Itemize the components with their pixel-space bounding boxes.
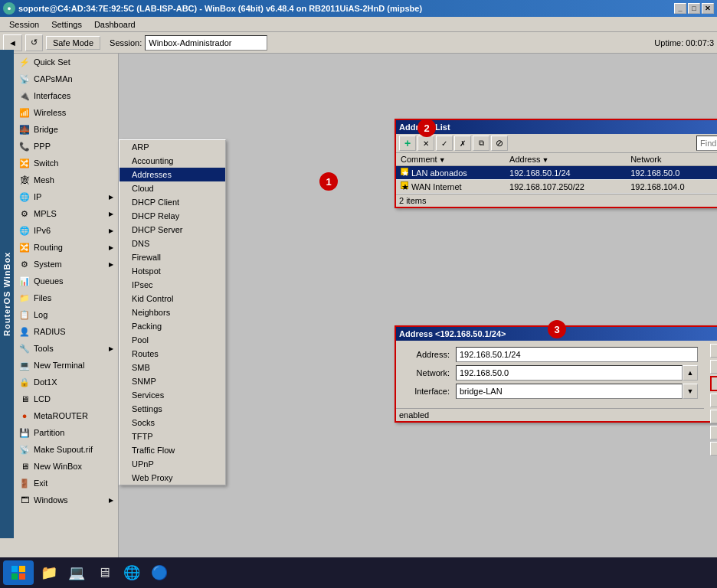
sidebar-item-label: Make Supout.rif <box>34 445 93 454</box>
sidebar-item-label: System <box>34 260 62 269</box>
dropdown-dhcp-relay[interactable]: DHCP Relay <box>120 209 225 223</box>
sidebar-item-quick-set[interactable]: ⚡ Quick Set <box>14 54 118 70</box>
copy-button[interactable]: ⧉ <box>473 136 489 151</box>
dropdown-socks[interactable]: Socks <box>120 416 225 430</box>
copy-button[interactable]: Copy <box>710 426 717 439</box>
remove-button[interactable]: Remove <box>710 442 717 456</box>
sidebar-item-switch[interactable]: 🔀 Switch <box>14 155 118 172</box>
taskbar-monitor[interactable]: 🖥 <box>92 560 116 585</box>
dropdown-firewall[interactable]: Firewall <box>120 250 225 264</box>
sidebar-item-interfaces[interactable]: 🔌 Interfaces <box>14 87 118 104</box>
menu-session[interactable]: Session <box>3 18 45 31</box>
sidebar-item-new-terminal[interactable]: 💻 New Terminal <box>14 357 118 374</box>
disable-button[interactable]: ✗ <box>454 136 471 151</box>
sidebar-item-lcd[interactable]: 🖥 LCD <box>14 390 118 407</box>
dropdown-cloud[interactable]: Cloud <box>120 181 225 195</box>
dropdown-neighbors[interactable]: Neighbors <box>120 305 225 319</box>
dropdown-snmp[interactable]: SNMP <box>120 374 225 388</box>
maximize-button[interactable]: □ <box>688 3 700 14</box>
dropdown-ipsec[interactable]: IPsec <box>120 278 225 292</box>
toolbar: ◄ ↺ Safe Mode Session: Uptime: 00:07:3 <box>0 32 717 54</box>
ip-arrow: ▶ <box>109 194 113 201</box>
interface-dropdown-button[interactable]: ▼ <box>683 384 698 399</box>
menu-dashboard[interactable]: Dashboard <box>88 18 142 31</box>
address-input[interactable] <box>456 347 698 362</box>
quick-set-icon: ⚡ <box>18 56 31 68</box>
col-comment[interactable]: Comment▼ <box>396 153 505 166</box>
sidebar-item-ip[interactable]: 🌐 IP ▶ <box>14 188 118 205</box>
apply-button[interactable]: Apply <box>710 376 717 391</box>
dropdown-routes[interactable]: Routes <box>120 347 225 361</box>
dropdown-upnp[interactable]: UPnP <box>120 457 225 471</box>
sidebar-item-mpls[interactable]: ⚙ MPLS ▶ <box>14 205 118 222</box>
dropdown-arp[interactable]: ARP <box>120 140 225 154</box>
dropdown-dhcp-server[interactable]: DHCP Server <box>120 223 225 237</box>
cancel-button[interactable]: Cancel <box>710 360 717 374</box>
sidebar-item-wireless[interactable]: 📶 Wireless <box>14 104 118 121</box>
dropdown-dhcp-client[interactable]: DHCP Client <box>120 195 225 209</box>
sidebar-item-log[interactable]: 📋 Log <box>14 306 118 323</box>
dropdown-services[interactable]: Services <box>120 388 225 402</box>
sidebar-item-ppp[interactable]: 📞 PPP <box>14 138 118 155</box>
sidebar-item-queues[interactable]: 📊 Queues <box>14 273 118 289</box>
dropdown-pool[interactable]: Pool <box>120 333 225 347</box>
sidebar-item-partition[interactable]: 💾 Partition <box>14 424 118 441</box>
network-up-button[interactable]: ▲ <box>683 365 698 381</box>
sidebar-item-metarouter[interactable]: ● MetaROUTER <box>14 407 118 424</box>
ok-button[interactable]: OK <box>710 344 717 358</box>
table-row[interactable]: ★LAN abonados 192.168.50.1/24 192.168.50… <box>396 166 717 180</box>
dropdown-kid-control[interactable]: Kid Control <box>120 292 225 305</box>
sidebar-item-dot1x[interactable]: 🔒 Dot1X <box>14 374 118 390</box>
sidebar-item-files[interactable]: 📁 Files <box>14 289 118 306</box>
enable-button[interactable]: ✓ <box>436 136 453 151</box>
sidebar-item-new-winbox[interactable]: 🖥 New WinBox <box>14 458 118 475</box>
dropdown-web-proxy[interactable]: Web Proxy <box>120 471 225 485</box>
menu-settings[interactable]: Settings <box>45 18 88 31</box>
taskbar-files[interactable]: 📁 <box>37 560 61 585</box>
back-button[interactable]: ◄ <box>3 34 22 51</box>
dropdown-dns[interactable]: DNS <box>120 237 225 250</box>
sidebar-item-radius[interactable]: 👤 RADIUS <box>14 323 118 340</box>
network-row: Network: ▲ <box>402 365 698 381</box>
sidebar-item-bridge[interactable]: 🌉 Bridge <box>14 121 118 138</box>
dropdown-hotspot[interactable]: Hotspot <box>120 264 225 278</box>
sidebar-item-mesh[interactable]: 🕸 Mesh <box>14 172 118 188</box>
table-row[interactable]: ★WAN Internet 192.168.107.250/22 192.168… <box>396 180 717 194</box>
dropdown-settings[interactable]: Settings <box>120 402 225 416</box>
sidebar-item-make-supout[interactable]: 📡 Make Supout.rif <box>14 441 118 458</box>
close-button[interactable]: ✕ <box>702 3 714 14</box>
dropdown-accounting[interactable]: Accounting <box>120 154 225 168</box>
dropdown-smb[interactable]: SMB <box>120 361 225 374</box>
taskbar-browser-edge[interactable]: 🔵 <box>147 560 172 585</box>
filter-button[interactable]: ⊘ <box>491 136 508 151</box>
disable-button[interactable]: Disable <box>710 394 717 407</box>
dropdown-packing[interactable]: Packing <box>120 319 225 333</box>
col-network[interactable]: Network <box>626 153 716 166</box>
add-button[interactable]: + <box>399 136 416 151</box>
dropdown-addresses[interactable]: Addresses <box>120 168 225 181</box>
sidebar-item-ipv6[interactable]: 🌐 IPv6 ▶ <box>14 222 118 239</box>
dropdown-tftp[interactable]: TFTP <box>120 430 225 443</box>
taskbar-terminal[interactable]: 💻 <box>64 560 89 585</box>
col-address[interactable]: Address▼ <box>505 153 626 166</box>
addr-list-toolbar: + ✕ ✓ ✗ ⧉ ⊘ <box>396 134 717 153</box>
sidebar-item-capsman[interactable]: 📡 CAPsMAn <box>14 70 118 87</box>
dropdown-traffic-flow[interactable]: Traffic Flow <box>120 443 225 457</box>
safe-mode-button[interactable]: Safe Mode <box>46 36 100 50</box>
sidebar-item-exit[interactable]: 🚪 Exit <box>14 475 118 492</box>
find-input[interactable] <box>696 136 717 151</box>
taskbar-browser-chrome[interactable]: 🌐 <box>120 560 144 585</box>
network-input[interactable] <box>456 365 683 381</box>
sidebar-item-windows[interactable]: 🗔 Windows ▶ <box>14 492 118 508</box>
ipv6-arrow: ▶ <box>109 227 113 234</box>
comment-button[interactable]: Comment <box>710 410 717 423</box>
refresh-button[interactable]: ↺ <box>25 34 43 51</box>
sidebar-item-tools[interactable]: 🔧 Tools ▶ <box>14 340 118 357</box>
interface-input[interactable] <box>456 384 683 399</box>
minimize-button[interactable]: _ <box>674 3 686 14</box>
session-input[interactable] <box>145 35 267 51</box>
start-button[interactable] <box>3 560 34 585</box>
sidebar-item-routing[interactable]: 🔀 Routing ▶ <box>14 239 118 256</box>
remove-button[interactable]: ✕ <box>417 136 434 151</box>
sidebar-item-system[interactable]: ⚙ System ▶ <box>14 256 118 273</box>
